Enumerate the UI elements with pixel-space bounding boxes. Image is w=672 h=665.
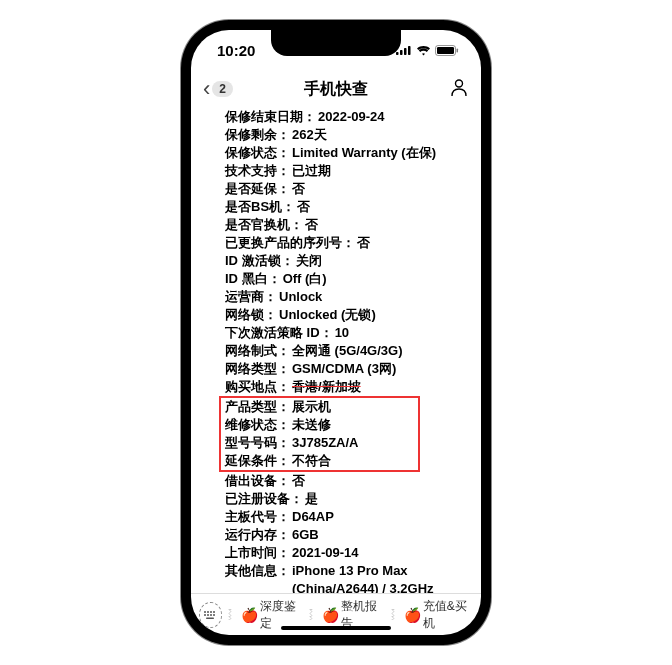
row-value: 否 [292, 180, 305, 198]
colon: ： [277, 434, 290, 452]
svg-point-12 [204, 614, 206, 616]
row-value: 全网通 (5G/4G/3G) [292, 342, 403, 360]
row-value: 262天 [292, 126, 327, 144]
colon: ： [342, 234, 355, 252]
info-row: 运营商：Unlock [225, 288, 465, 306]
row-label: 借出设备 [225, 472, 277, 490]
info-row: ID 黑白：Off (白) [225, 270, 465, 288]
colon: ： [277, 144, 290, 162]
row-value: 展示机 [292, 398, 331, 416]
row-value: 否 [297, 198, 310, 216]
info-row: 网络锁：Unlocked (无锁) [225, 306, 465, 324]
profile-button[interactable] [449, 77, 469, 101]
svg-point-7 [456, 80, 463, 87]
colon: ： [277, 472, 290, 490]
info-row: 已更换产品的序列号：否 [225, 234, 465, 252]
info-row: 产品类型：展示机 [225, 398, 358, 416]
svg-point-13 [207, 614, 209, 616]
svg-point-10 [210, 611, 212, 613]
row-label: 运行内存 [225, 526, 277, 544]
row-value: 否 [305, 216, 318, 234]
row-value: 关闭 [296, 252, 322, 270]
back-button[interactable]: ‹ 2 [203, 78, 233, 100]
row-value: Unlocked (无锁) [279, 306, 376, 324]
svg-rect-6 [457, 48, 459, 52]
svg-rect-5 [437, 47, 454, 54]
info-row: 型号号码：3J785ZA/A [225, 434, 358, 452]
info-row: 其他信息：iPhone 13 Pro Max (China/A2644) / 3… [225, 562, 465, 593]
row-value: 否 [292, 472, 305, 490]
colon: ： [268, 270, 281, 288]
divider: ⸾ [307, 607, 314, 623]
row-value: 未送修 [292, 416, 331, 434]
info-row: 主板代号：D64AP [225, 508, 465, 526]
svg-point-9 [207, 611, 209, 613]
colon: ： [277, 508, 290, 526]
row-value: 否 [357, 234, 370, 252]
colon: ： [264, 306, 277, 324]
info-row: 上市时间：2021-09-14 [225, 544, 465, 562]
info-row: 延保条件：不符合 [225, 452, 358, 470]
row-label: 产品类型 [225, 398, 277, 416]
colon: ： [281, 252, 294, 270]
phone-screen: 10:20 ‹ 2 手机快查 保修结束 [191, 30, 481, 635]
row-value: D64AP [292, 508, 334, 526]
apple-icon: 🍎 [404, 607, 421, 623]
row-label: 主板代号 [225, 508, 277, 526]
info-row: 保修状态：Limited Warranty (在保) [225, 144, 465, 162]
row-value: 2022-09-24 [318, 108, 385, 126]
home-indicator[interactable] [281, 626, 391, 630]
row-label: 已注册设备 [225, 490, 290, 508]
highlight-box: 产品类型：展示机维修状态：未送修型号号码：3J785ZA/A延保条件：不符合 [219, 396, 420, 472]
row-value: 10 [335, 324, 349, 342]
row-label: 是否BS机 [225, 198, 282, 216]
info-row: ID 激活锁：关闭 [225, 252, 465, 270]
info-row: 购买地点：香港/新加坡 [225, 378, 465, 396]
apple-icon: 🍎 [322, 607, 339, 623]
keyboard-button[interactable] [199, 602, 222, 628]
page-title: 手机快查 [304, 79, 368, 100]
row-label: 购买地点 [225, 378, 277, 396]
nav-bar: ‹ 2 手机快查 [191, 70, 481, 108]
info-row: 保修结束日期：2022-09-24 [225, 108, 465, 126]
recharge-buy-button[interactable]: 🍎 充值&买机 [400, 598, 473, 632]
row-label: 是否延保 [225, 180, 277, 198]
row-label: 其他信息 [225, 562, 277, 593]
colon: ： [303, 108, 316, 126]
row-value: 6GB [292, 526, 319, 544]
row-label: 保修状态 [225, 144, 277, 162]
info-row: 是否官换机：否 [225, 216, 465, 234]
divider: ⸾ [389, 607, 396, 623]
colon: ： [277, 416, 290, 434]
info-row: 网络类型：GSM/CDMA (3网) [225, 360, 465, 378]
row-label: 型号号码 [225, 434, 277, 452]
row-label: 下次激活策略 ID [225, 324, 320, 342]
info-row: 是否延保：否 [225, 180, 465, 198]
person-icon [449, 77, 469, 97]
colon: ： [277, 398, 290, 416]
row-value: 2021-09-14 [292, 544, 359, 562]
battery-icon [435, 45, 459, 56]
colon: ： [277, 452, 290, 470]
row-value: 不符合 [292, 452, 331, 470]
row-label: 维修状态 [225, 416, 277, 434]
row-value: iPhone 13 Pro Max (China/A2644) / 3.2GHz [292, 562, 465, 593]
row-label: 保修剩余 [225, 126, 277, 144]
keyboard-icon [203, 610, 217, 620]
recharge-buy-label: 充值&买机 [423, 598, 469, 632]
info-row: 借出设备：否 [225, 472, 465, 490]
colon: ： [277, 544, 290, 562]
row-value: Limited Warranty (在保) [292, 144, 436, 162]
colon: ： [277, 526, 290, 544]
notch [271, 30, 401, 56]
colon: ： [277, 180, 290, 198]
svg-rect-16 [206, 617, 214, 619]
info-row: 是否BS机：否 [225, 198, 465, 216]
svg-rect-2 [404, 48, 407, 55]
svg-point-11 [213, 611, 215, 613]
content-area[interactable]: 保修结束日期：2022-09-24保修剩余：262天保修状态：Limited W… [191, 108, 481, 593]
colon: ： [290, 490, 303, 508]
info-row: 下次激活策略 ID：10 [225, 324, 465, 342]
info-row: 维修状态：未送修 [225, 416, 358, 434]
svg-point-14 [210, 614, 212, 616]
